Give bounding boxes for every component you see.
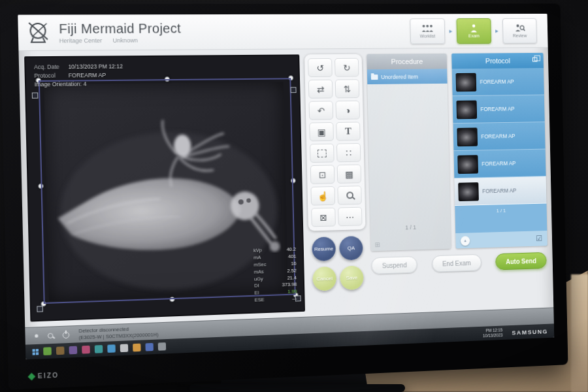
cancel-button[interactable]: Cancel [312,267,336,291]
taskbar-app-icon[interactable] [133,344,140,352]
frame-corner-handle[interactable] [37,306,43,312]
shutter-icon: ⊡ [319,169,327,180]
step-exam-button[interactable]: Exam [456,18,491,43]
procedure-body: 1 / 1 ⊞ [367,84,451,252]
brightness-contrast-button[interactable]: ◑ [335,101,359,120]
grid-icon: ∷ [346,148,351,158]
clock-date: 10/13/2023 [483,333,503,338]
rotate-ccw-button[interactable]: ↺ [308,58,333,77]
protocol-row[interactable]: FOREARM AP [453,122,546,151]
status-search-icon[interactable] [48,333,54,338]
protocol-row-label: FOREARM AP [480,78,514,85]
auto-send-button[interactable]: Auto Send [495,252,547,270]
frame-corner-handle[interactable] [32,92,39,98]
right-section: Procedure Unordered Item 1 / 1 ⊞ [367,53,548,309]
suspend-button[interactable]: Suspend [371,256,417,274]
protocol-row[interactable]: FOREARM AP [453,95,545,124]
protocol-label: Protocol [34,72,67,81]
more-options-button[interactable]: ⋯ [338,207,362,227]
zoom-button[interactable] [337,186,361,205]
start-button[interactable] [32,349,39,355]
protocol-row-label: FOREARM AP [480,106,514,112]
qa-button[interactable]: QA [339,236,363,261]
rotate-reset-button[interactable]: ↶ [309,101,334,120]
step-worklist-button[interactable]: Worklist [410,18,445,44]
protocol-thumbnail [456,100,477,119]
end-exam-button[interactable]: End Exam [432,254,482,272]
procedure-grid-icon[interactable]: ⊞ [374,241,380,248]
title-block: Fiji Mermaid Project Heritage Center Unk… [59,21,182,44]
reject-button[interactable]: ⊠ [311,208,336,227]
photo-background: Fiji Mermaid Project Heritage Center Unk… [0,0,588,392]
round-action-buttons: Resume QA Cancel Save [308,236,367,291]
save-button[interactable]: Save [340,265,364,290]
flip-vertical-icon: ⇅ [344,84,351,94]
rotate-cw-icon: ↻ [343,62,351,73]
window-level-button[interactable]: ▣ [309,122,334,141]
patients-icon [421,24,434,33]
text-annotation-button[interactable]: T [336,122,360,140]
zoom-magnifier-icon [346,191,353,199]
thumbnail-view-icon[interactable] [532,57,538,62]
app-header: Fiji Mermaid Project Heritage Center Unk… [18,14,547,51]
more-ellipsis-icon: ⋯ [346,211,355,221]
checklist-icon[interactable]: ☑ [536,234,542,243]
xray-console-app: Fiji Mermaid Project Heritage Center Unk… [18,14,554,359]
protocol-row[interactable]: FOREARM AP [452,68,544,96]
rotate-cw-button[interactable]: ↻ [335,58,359,77]
image-viewer[interactable]: Acq. Date 10/13/2023 PM 12:12 Protocol F… [24,54,305,321]
protocol-row-label: FOREARM AP [481,133,515,140]
pan-hand-icon: ☝ [318,191,329,201]
acq-date-value: 10/13/2023 PM 12:12 [68,63,123,70]
taskbar-app-icon[interactable] [56,346,65,355]
taskbar-app-icon[interactable] [120,344,129,352]
taskbar-app-icon[interactable] [95,345,103,353]
collimation-button[interactable]: ▩ [337,165,361,184]
taskbar-app-icon[interactable] [107,344,116,353]
taskbar-app-icon[interactable] [82,346,90,354]
status-dot-icon [35,335,38,338]
shutter-button[interactable]: ⊡ [310,165,335,184]
exposure-label: kVp [253,247,270,255]
flip-vertical-button[interactable]: ⇅ [335,79,359,98]
procedure-item[interactable]: Unordered Item [367,69,448,84]
protocol-thumbnail [458,182,479,201]
specimen-logo-icon [26,20,51,44]
image-toolbar: ↺ ↻ ⇄ ⇅ ↶ ◑ ▣ T ∷ ⊡ ▩ ☝ [304,54,365,231]
frame-corner-handle[interactable] [291,87,297,93]
flip-horizontal-icon: ⇄ [317,84,325,94]
grid-button[interactable]: ∷ [336,143,361,162]
taskbar-clock: PM 12:15 10/13/2023 [483,327,503,338]
scroll-up-icon[interactable]: ▲ [461,236,470,246]
patient-name-label: Unknown [112,37,138,43]
page-title: Fiji Mermaid Project [59,21,181,37]
procedure-panel: Procedure Unordered Item 1 / 1 ⊞ [367,54,451,251]
taskbar-app-icon[interactable] [145,343,153,351]
step-label: Exam [468,33,480,38]
pan-button[interactable]: ☝ [310,186,335,206]
protocol-thumbnail [457,127,478,146]
taskbar-app-icon[interactable] [43,347,52,355]
exposure-label: mAs [254,269,271,276]
reject-icon: ⊠ [319,212,327,222]
taskbar-app-icon[interactable] [69,346,78,355]
protocol-row[interactable]: FOREARM AP [453,150,546,179]
tools-column: ↺ ↻ ⇄ ⇅ ↶ ◑ ▣ T ∷ ⊡ ▩ ☝ [304,54,367,312]
taskbar-app-icon[interactable] [158,342,166,351]
resume-button[interactable]: Resume [312,237,336,261]
flip-horizontal-button[interactable]: ⇄ [308,80,333,99]
samsung-logo: SAMSUNG [512,327,548,336]
protocol-footer: ▲ ☑ [455,231,547,248]
protocol-panel-header: Protocol [451,53,544,69]
screen: Fiji Mermaid Project Heritage Center Unk… [18,14,554,359]
exposure-label: uGy [254,275,271,283]
crop-button[interactable] [310,144,335,163]
step-review-button[interactable]: Review [502,18,537,43]
facility-label: Heritage Center [59,37,103,44]
collimation-icon: ▩ [345,169,353,179]
protocol-list-spacer: 1 / 1 [455,204,547,233]
protocol-row-selected[interactable]: FOREARM AP [454,176,546,206]
eizo-logo-text: EIZO [38,372,59,380]
power-icon[interactable] [63,331,70,338]
protocol-row-label: FOREARM AP [482,160,515,167]
